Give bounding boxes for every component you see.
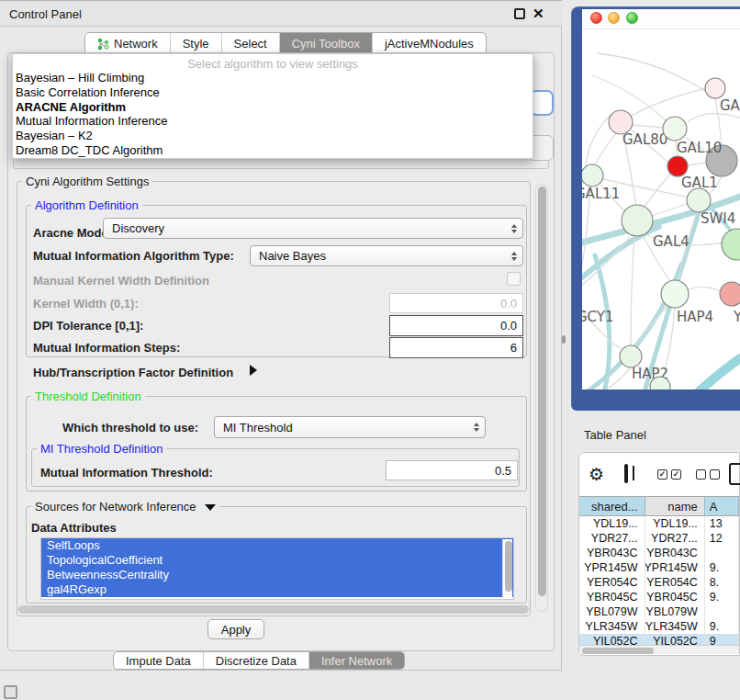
node-table: shared...nameA YDL19...YDL19...13YDR27..… — [579, 496, 739, 645]
algorithm-option-aracne-algorithm[interactable]: ARACNE Algorithm — [13, 100, 533, 115]
table-row[interactable]: YBR043CYBR043C — [579, 546, 739, 560]
manual-kernel-width-label: Manual Kernel Width Definition — [33, 274, 209, 288]
table-row[interactable]: YDR27...YDR27...12 — [579, 531, 739, 546]
panel-splitter-handle[interactable] — [562, 335, 566, 344]
cyni-algorithm-settings-title: Cyni Algorithm Settings — [22, 175, 152, 188]
network-node-gal[interactable] — [705, 78, 725, 98]
float-panel-icon[interactable] — [514, 8, 525, 19]
zoom-window-icon[interactable] — [626, 12, 638, 24]
cyni-bottom-tabs: Impute DataDiscretize DataInfer Network — [113, 651, 405, 670]
network-node-gal10[interactable] — [663, 117, 687, 141]
tab-jactivemnodules-label: jActiveMNodules — [385, 37, 474, 51]
expand-hub-section-icon[interactable] — [250, 365, 257, 376]
bottom-tab-infer-network-label: Infer Network — [321, 654, 392, 668]
tab-cyni-toolbox-label: Cyni Toolbox — [292, 37, 360, 51]
network-view[interactable]: GALGAL80GAL10GAL1GAL11SWI4GAL4GCY1HAP4YH… — [582, 9, 740, 390]
dpi-tolerance-field[interactable]: 0.0 — [389, 315, 523, 336]
table-row[interactable]: YBR045CYBR045C9. — [579, 590, 739, 604]
table-settings-gear-icon[interactable]: ⚙ — [589, 466, 604, 483]
table-row[interactable]: YER054CYER054C8. — [579, 575, 739, 590]
network-node[interactable] — [722, 229, 740, 260]
control-panel-titlebar: Control Panel ✕ — [0, 1, 562, 27]
mi-algorithm-type-select[interactable]: Naive Bayes — [250, 245, 523, 266]
algorithm-option-bayesian-hill-climbing[interactable]: Bayesian – Hill Climbing — [13, 71, 533, 85]
table-body: YDL19...YDL19...13YDR27...YDR27...12YBR0… — [579, 516, 739, 645]
table-row[interactable]: YBL079WYBL079W — [579, 604, 739, 619]
table-cell: YPR145W — [645, 560, 705, 575]
table-row[interactable]: YIL052CYIL052C9 — [579, 634, 739, 645]
network-node-gal11[interactable] — [582, 164, 603, 186]
algorithm-option-bayesian-k2[interactable]: Bayesian – K2 — [13, 129, 533, 143]
table-cell: YBL079W — [645, 604, 705, 619]
attribute-item-betweennesscentrality[interactable]: BetweennessCentrality — [41, 568, 513, 582]
mi-threshold-definition-title: MI Threshold Definition — [37, 442, 166, 456]
close-window-icon[interactable] — [590, 12, 602, 24]
algorithm-option-dream8-dc-tdc-algorithm[interactable]: Dream8 DC_TDC Algorithm — [13, 143, 533, 158]
minimize-window-icon[interactable] — [608, 12, 620, 24]
show-columns-icon[interactable] — [624, 464, 628, 483]
attributes-scrollbar[interactable] — [502, 539, 512, 598]
deselect-all-checkbox-icon[interactable] — [696, 469, 706, 480]
tab-cyni-toolbox[interactable]: Cyni Toolbox — [279, 33, 372, 54]
table-cell: 9 — [705, 634, 739, 645]
select-all-checkbox-icon-2[interactable]: ✓ — [671, 469, 681, 480]
threshold-definition-title: Threshold Definition — [31, 390, 145, 403]
kernel-width-field[interactable]: 0.0 — [389, 293, 523, 313]
tab-jactivemnodules[interactable]: jActiveMNodules — [372, 33, 486, 54]
table-row[interactable]: YPR145WYPR145W9. — [579, 560, 739, 575]
tab-select[interactable]: Select — [221, 33, 279, 54]
bottom-tab-impute-data[interactable]: Impute Data — [114, 652, 203, 669]
settings-vertical-scrollbar[interactable] — [535, 184, 548, 612]
algorithm-option-mutual-information-inference[interactable]: Mutual Information Inference — [13, 114, 533, 129]
network-node-y[interactable] — [720, 282, 740, 306]
kernel-width-label: Kernel Width (0,1): — [33, 297, 139, 310]
table-header-row: shared...nameA — [579, 496, 739, 516]
new-table-icon[interactable] — [729, 463, 740, 485]
table-panel-title: Table Panel — [584, 428, 646, 442]
table-cell: YBR045C — [579, 590, 645, 604]
node-label-hap4: HAP4 — [677, 309, 713, 325]
hub-definition-label: Hub/Transcription Factor Definition — [33, 366, 233, 379]
deselect-all-checkbox-icon-2[interactable] — [710, 469, 720, 480]
apply-button[interactable]: Apply — [207, 619, 264, 639]
node-label-gal: GAL — [720, 97, 740, 114]
table-row[interactable]: YDL19...YDL19...13 — [579, 516, 739, 531]
table-cell: YDL19... — [579, 516, 645, 531]
algorithm-definition-title: Algorithm Definition — [31, 198, 142, 212]
collapsed-panel-icon[interactable] — [4, 685, 17, 699]
settings-horizontal-scrollbar[interactable] — [18, 604, 529, 615]
close-panel-icon[interactable]: ✕ — [533, 6, 544, 22]
network-node-hap4[interactable] — [661, 280, 689, 308]
column-header-name[interactable]: name — [645, 497, 705, 515]
network-node-gal4[interactable] — [622, 205, 653, 236]
tab-network[interactable]: Network — [85, 33, 170, 54]
aracne-mode-select[interactable]: Discovery — [103, 218, 523, 239]
table-horizontal-scrollbar[interactable] — [579, 645, 739, 654]
network-node-gal1[interactable] — [667, 156, 688, 176]
attribute-item-gal4rgexp[interactable]: gal4RGexp — [41, 582, 513, 597]
column-header-a[interactable]: A — [705, 497, 739, 515]
table-cell: 9. — [705, 560, 739, 575]
tab-style[interactable]: Style — [170, 33, 221, 54]
mi-threshold-field[interactable]: 0.5 — [386, 460, 518, 480]
attribute-item-topologicalcoefficient[interactable]: TopologicalCoefficient — [41, 553, 513, 568]
column-header-shared[interactable]: shared... — [579, 497, 645, 515]
network-node-swi4[interactable] — [687, 188, 711, 212]
select-all-checkbox-icon[interactable]: ✓ — [657, 469, 667, 480]
table-cell — [705, 546, 739, 560]
table-row[interactable]: YLR345WYLR345W9. — [579, 619, 739, 634]
collapse-sources-icon[interactable] — [205, 504, 216, 511]
manual-kernel-width-checkbox[interactable] — [507, 272, 521, 286]
bottom-tab-discretize-data[interactable]: Discretize Data — [203, 652, 308, 669]
which-threshold-label: Which threshold to use: — [62, 421, 198, 435]
mi-steps-field[interactable]: 6 — [389, 337, 523, 358]
network-node-hap2[interactable] — [620, 345, 642, 367]
which-threshold-select[interactable]: MI Threshold — [214, 416, 486, 438]
table-cell — [705, 604, 739, 619]
bottom-tab-infer-network[interactable]: Infer Network — [308, 652, 404, 669]
table-cell: YDR27... — [579, 531, 645, 546]
attribute-item-selfloops[interactable]: SelfLoops — [41, 538, 513, 553]
algorithm-option-basic-correlation-inference[interactable]: Basic Correlation Inference — [13, 85, 533, 100]
aracne-mode-value: Discovery — [112, 221, 164, 235]
node-label-gal80: GAL80 — [622, 131, 667, 148]
